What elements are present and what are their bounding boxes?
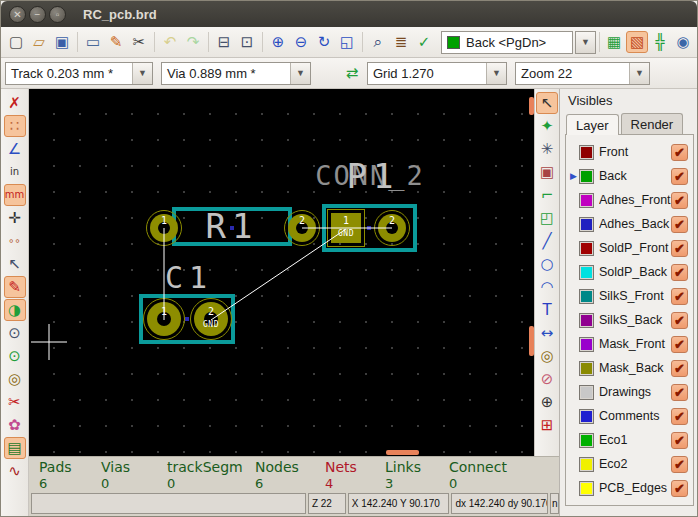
auto-delete-track-toggle[interactable]: ✂: [4, 391, 26, 413]
pad-2[interactable]: 2: [284, 210, 320, 246]
microwave-tools-toggle[interactable]: ∿: [4, 460, 26, 482]
zoom-fit-button[interactable]: ◱: [336, 31, 358, 53]
undo-button[interactable]: ↶: [159, 31, 181, 53]
layer-color-swatch[interactable]: [579, 217, 594, 232]
minimize-button[interactable]: −: [29, 6, 46, 23]
pcb-canvas[interactable]: R112CONN_2P11GND2C112GND: [29, 89, 534, 456]
layer-visibility-checkbox[interactable]: ✔: [671, 336, 688, 353]
layer-visibility-checkbox[interactable]: ✔: [671, 192, 688, 209]
redo-button[interactable]: ↷: [182, 31, 204, 53]
print-preview-button[interactable]: ⊡: [236, 31, 258, 53]
drill-origin-tool[interactable]: ⊕: [536, 391, 558, 413]
layer-visibility-checkbox[interactable]: ✔: [671, 432, 688, 449]
layer-row[interactable]: Adhes_Front✔: [566, 188, 693, 212]
layer-row[interactable]: Adhes_Back✔: [566, 212, 693, 236]
footprint-outline-mode-button[interactable]: ▧: [626, 31, 648, 53]
layer-color-swatch[interactable]: [579, 481, 594, 496]
pad-2[interactable]: 2: [374, 210, 410, 246]
cursor-shape-toggle[interactable]: ✛: [4, 207, 26, 229]
layer-row[interactable]: ▶Back✔: [566, 164, 693, 188]
show-ratsnest-toggle[interactable]: ⊙: [4, 322, 26, 344]
add-arc-tool[interactable]: ◠: [536, 276, 558, 298]
layer-visibility-checkbox[interactable]: ✔: [671, 288, 688, 305]
layer-visibility-checkbox[interactable]: ✔: [671, 408, 688, 425]
layer-color-swatch[interactable]: [579, 289, 594, 304]
units-inches-toggle[interactable]: in: [4, 161, 26, 183]
layer-color-swatch[interactable]: [579, 241, 594, 256]
chevron-down-icon[interactable]: ▼: [629, 63, 649, 84]
close-button[interactable]: ✕: [9, 6, 26, 23]
drc-off-toggle[interactable]: ✗: [4, 92, 26, 114]
tab-render[interactable]: Render: [621, 113, 684, 134]
layer-row[interactable]: SoldP_Back✔: [566, 260, 693, 284]
layer-row[interactable]: SoldP_Front✔: [566, 236, 693, 260]
plot-button[interactable]: ✎: [105, 31, 127, 53]
layer-visibility-checkbox[interactable]: ✔: [671, 216, 688, 233]
scrollbar-thumb[interactable]: [529, 326, 534, 356]
grid-origin-tool[interactable]: ⊞: [536, 414, 558, 436]
maximize-button[interactable]: ▫: [49, 6, 66, 23]
select-tool[interactable]: ↖: [536, 92, 558, 114]
new-board-button[interactable]: ▢: [5, 31, 27, 53]
layer-row[interactable]: Eco1✔: [566, 428, 693, 452]
layer-row[interactable]: Comments✔: [566, 404, 693, 428]
footprint-mode-button[interactable]: ▦: [603, 31, 625, 53]
chevron-down-icon[interactable]: ▼: [132, 63, 152, 84]
layer-color-swatch[interactable]: [579, 169, 594, 184]
layer-visibility-checkbox[interactable]: ✔: [671, 456, 688, 473]
zoom-in-button[interactable]: ⊕: [267, 31, 289, 53]
layer-color-swatch[interactable]: [579, 193, 594, 208]
add-dimension-tool[interactable]: ↔: [536, 322, 558, 344]
layer-visibility-checkbox[interactable]: ✔: [671, 264, 688, 281]
tab-layer[interactable]: Layer: [566, 114, 619, 135]
netlist-button[interactable]: ≣: [390, 31, 412, 53]
track-mode-button[interactable]: ╬: [649, 31, 671, 53]
find-button[interactable]: ⌕: [367, 31, 389, 53]
chevron-down-icon[interactable]: ▼: [486, 63, 506, 84]
units-mm-toggle[interactable]: mm: [4, 184, 26, 206]
drc-button[interactable]: ✓: [413, 31, 435, 53]
scrollbar-thumb[interactable]: [529, 97, 534, 115]
layer-color-swatch[interactable]: [579, 145, 594, 160]
layers-manager-toggle[interactable]: ▤: [4, 437, 26, 459]
layer-visibility-checkbox[interactable]: ✔: [671, 240, 688, 257]
ratsnest-drag-toggle[interactable]: ↖: [4, 253, 26, 275]
pad-1[interactable]: 1: [146, 210, 182, 246]
muted-colors-toggle[interactable]: ✿: [4, 414, 26, 436]
open-board-button[interactable]: ▱: [28, 31, 50, 53]
add-track-tool[interactable]: ⌐: [536, 184, 558, 206]
layer-visibility-checkbox[interactable]: ✔: [671, 384, 688, 401]
via-size-combo[interactable]: Via 0.889 mm * ▼: [161, 62, 311, 85]
layer-color-swatch[interactable]: [579, 385, 594, 400]
grid-size-combo[interactable]: Grid 1.270 ▼: [367, 62, 507, 85]
layer-row[interactable]: Eco2✔: [566, 452, 693, 476]
auto-track-width-button[interactable]: ⇄: [341, 62, 363, 84]
layer-color-swatch[interactable]: [579, 457, 594, 472]
layer-color-swatch[interactable]: [579, 409, 594, 424]
add-line-tool[interactable]: ╱: [536, 230, 558, 252]
local-ratsnest-tool[interactable]: ✳: [536, 138, 558, 160]
layer-color-swatch[interactable]: [579, 337, 594, 352]
add-text-tool[interactable]: T: [536, 299, 558, 321]
pad-1[interactable]: 1GND: [327, 209, 365, 247]
track-width-combo[interactable]: Track 0.203 mm * ▼: [5, 62, 153, 85]
delete-items-tool[interactable]: ⊘: [536, 368, 558, 390]
scrollbar-thumb[interactable]: [386, 450, 419, 455]
layer-row[interactable]: Mask_Front✔: [566, 332, 693, 356]
vias-sketch-toggle[interactable]: ◎: [4, 368, 26, 390]
add-target-tool[interactable]: ◎: [536, 345, 558, 367]
highlight-net-tool[interactable]: ✦: [536, 115, 558, 137]
zoom-out-button[interactable]: ⊖: [290, 31, 312, 53]
layer-color-swatch[interactable]: [579, 433, 594, 448]
page-settings-button[interactable]: ▭: [82, 31, 104, 53]
layer-row[interactable]: Drawings✔: [566, 380, 693, 404]
layer-visibility-checkbox[interactable]: ✔: [671, 144, 688, 161]
layer-row[interactable]: SilkS_Front✔: [566, 284, 693, 308]
chevron-down-icon[interactable]: ▼: [290, 63, 310, 84]
module-ratsnest-toggle[interactable]: ⊙: [4, 345, 26, 367]
titlebar[interactable]: ✕ − ▫ RC_pcb.brd: [1, 1, 697, 27]
add-zone-tool[interactable]: ◰: [536, 207, 558, 229]
grid-visibility-toggle[interactable]: ∷: [4, 115, 26, 137]
redraw-button[interactable]: ↻: [313, 31, 335, 53]
layer-row[interactable]: SilkS_Back✔: [566, 308, 693, 332]
